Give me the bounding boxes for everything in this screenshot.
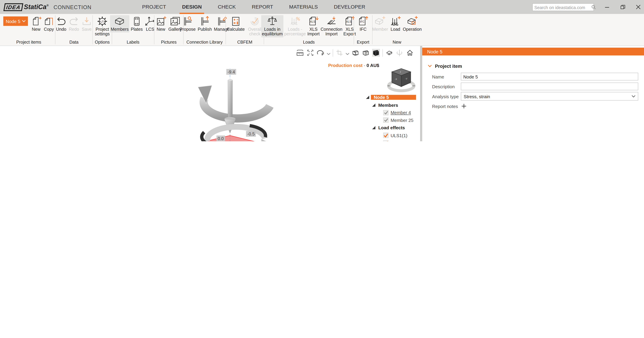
spin-view-icon[interactable] [396,49,403,57]
measure-icon[interactable] [296,49,304,57]
loads-in-equilibrium-toggle[interactable]: Loads in equilibrium [261,15,284,37]
name-field[interactable] [461,73,638,80]
solid-view-icon[interactable] [372,49,380,57]
new-load-button[interactable]: Load [389,15,402,32]
crop-view-dropdown[interactable] [346,49,349,56]
uls3-checkbox[interactable] [383,140,388,141]
overall-check-button[interactable]: Overall check [246,15,264,37]
project-settings-button[interactable]: </> Project settings [93,15,112,37]
tree-uls1[interactable]: ULS1(1) [366,132,416,139]
expand-triangle-icon[interactable] [366,96,369,99]
titlebar: IDEA StatiCa® CONNECTION PROJECT DESIGN … [0,0,644,14]
ribbon-group-data: Undo Redo Save Data [56,14,92,45]
close-button[interactable] [635,4,642,10]
section-view-icon[interactable] [385,49,393,57]
group-title-new: New [372,39,422,46]
zoom-extents-icon[interactable] [306,49,314,57]
add-report-note-button[interactable] [461,103,466,109]
analysis-type-row: Analysis type Stress, strain [432,92,638,100]
tree-member-4[interactable]: Member 4 [366,109,416,116]
section-title: Project item [435,64,462,69]
rotate-view-dropdown[interactable] [327,49,330,56]
save-icon [82,16,92,27]
save-button[interactable]: Save [80,15,93,32]
new-load-icon [390,16,401,27]
rotate-view-icon[interactable]: 2 [317,49,324,57]
3d-scene[interactable] [0,46,420,141]
hidden-line-view-icon[interactable] [362,49,370,57]
group-title-labels: Labels [112,39,154,46]
new-member-icon [375,16,385,27]
navigation-cube[interactable]: z -X -Y [387,65,416,94]
redo-icon [68,16,79,27]
chevron-down-icon [632,95,636,97]
ifc-export-button[interactable]: IFC IFC [357,15,369,32]
description-field[interactable] [461,83,638,90]
analysis-type-select[interactable]: Stress, strain [461,92,638,101]
name-row: Name [432,73,638,80]
home-view-icon[interactable] [406,49,414,57]
propose-connection-button[interactable]: Propose [179,15,196,32]
idea-logo: IDEA [4,3,23,11]
new-operation-button[interactable]: Operation [402,15,423,32]
connection-import-button[interactable]: Connection Import [321,15,342,37]
project-item-section[interactable]: Project item [428,64,644,69]
labels-members-toggle[interactable]: Members [110,15,130,32]
section-chevron-icon[interactable] [428,65,432,67]
loads-percentage-toggle[interactable]: Loads - percentage [284,15,306,37]
tree-root-node5[interactable]: Node 5 [366,93,416,101]
group-title-pictures: Pictures [154,39,183,46]
new-picture-button[interactable]: New [155,15,167,32]
panel-header: Node 5 [420,47,644,55]
copy-project-item-button[interactable]: Copy [43,15,55,32]
labels-plates-toggle[interactable]: Plates [130,15,144,32]
tab-check[interactable]: CHECK [215,0,238,14]
member-4-checkbox[interactable] [383,110,388,115]
tab-project[interactable]: PROJECT [140,0,168,14]
copy-file-icon [44,16,54,27]
uls1-checkbox[interactable] [383,133,388,138]
load-label-ring: 0.0 [216,135,225,141]
member-beam-icon [114,16,125,27]
search-input[interactable] [533,5,592,10]
tab-report[interactable]: REPORT [249,0,276,14]
new-member-button[interactable]: Member [371,15,389,32]
minimize-button[interactable] [604,4,610,10]
wireframe-view-icon[interactable] [352,49,359,57]
calculate-button[interactable]: Calculate [226,15,246,32]
publish-connection-button[interactable]: Publish [197,15,212,32]
tab-materials[interactable]: MATERIALS [286,0,320,14]
ifc-file-icon: IFC [358,16,368,27]
search-icon[interactable] [592,5,596,9]
plate-icon [132,16,142,27]
tab-design[interactable]: DESIGN [180,0,204,14]
ribbon-group-project-items: Node 5 New Copy Project items [2,14,55,45]
crop-view-icon[interactable] [336,49,343,57]
tree-load-effects-header[interactable]: Load effects [366,124,416,131]
group-title-loads: Loads [264,39,354,46]
chevron-down-icon [22,20,26,22]
ribbon-group-cbfem: Calculate Overall check CBFEM [226,14,264,45]
new-project-item-button[interactable]: New [30,15,42,32]
xls-import-icon: XLS [308,16,319,27]
undo-button[interactable]: Undo [55,15,67,32]
node-selector-dropdown[interactable]: Node 5 [3,16,28,26]
member-25-checkbox[interactable] [383,118,388,123]
ribbon-group-export: IFC IFC Export [354,14,372,45]
tree-uls3[interactable]: ULS3(2) [366,139,416,141]
search-box[interactable] [532,3,594,11]
tree-member-25[interactable]: Member 25 [366,116,416,124]
tab-developer[interactable]: DEVELOPER [332,0,368,14]
xls-import-button[interactable]: XLS XLS Import [306,15,320,37]
redo-button[interactable]: Redo [68,15,80,32]
publish-upload-icon [200,16,210,27]
expand-triangle-icon[interactable] [372,103,376,106]
expand-triangle-icon[interactable] [372,126,376,129]
restore-button[interactable] [620,4,626,10]
xls-export-icon: XLS [344,16,355,27]
svg-text:XLS: XLS [346,20,352,23]
3d-viewport[interactable]: 2 Production cost-0 AU$ [0,46,420,141]
properties-panel: Node 5 Project item Name Description Ana… [420,46,644,141]
tree-members-header[interactable]: Members [366,101,416,109]
plus-icon [462,104,466,108]
